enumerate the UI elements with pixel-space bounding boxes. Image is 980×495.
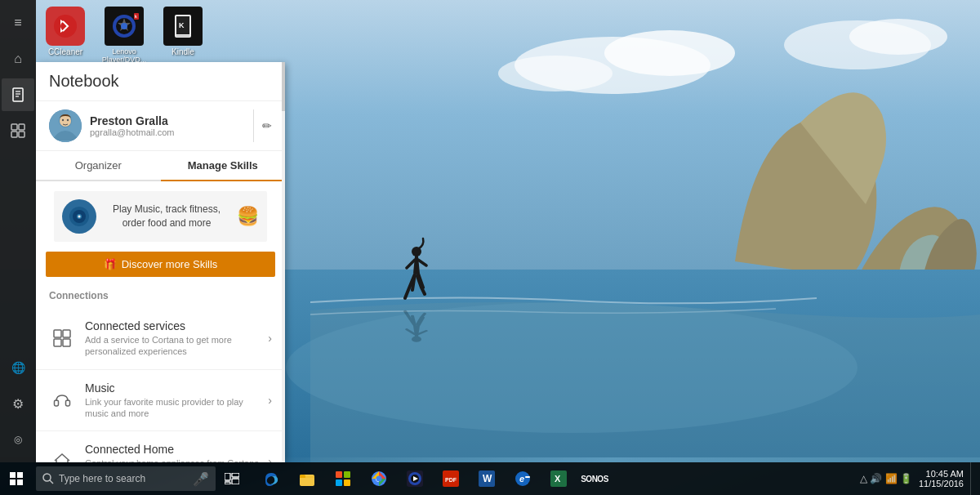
divider (253, 109, 254, 142)
svg-line-48 (50, 480, 53, 484)
edge-button[interactable] (255, 462, 287, 495)
connected-services-info: Connected services Add a service to Cort… (85, 319, 268, 358)
connection-item-home[interactable]: Connected Home Control your home applian… (36, 431, 285, 462)
svg-rect-52 (225, 482, 230, 484)
clock: 10:45 AM 11/15/2016 (919, 469, 964, 488)
cortana-sidebar: ≡ ⌂ 🌐 ⚙ ◎ (0, 0, 36, 462)
svg-point-47 (43, 474, 51, 481)
start-button[interactable] (0, 462, 33, 495)
windows-logo-icon (10, 472, 23, 485)
svg-text:PDF: PDF (445, 477, 457, 483)
svg-rect-58 (336, 479, 342, 486)
connected-services-desc: Add a service to Cortana to get more per… (85, 334, 268, 358)
sidebar-feedback-button[interactable]: ◎ (2, 423, 34, 456)
svg-point-3 (498, 56, 612, 91)
user-section: Preston Gralla pgralla@hotmail.com ✏ (36, 101, 285, 151)
word-button[interactable]: W (470, 462, 503, 495)
explorer-icon (299, 470, 315, 487)
tab-organizer[interactable]: Organizer (36, 151, 161, 181)
sidebar-notebook-button[interactable] (2, 78, 34, 111)
desktop-icon-kindle-label: Kindle (172, 47, 194, 56)
svg-text:X: X (555, 474, 561, 484)
sidebar-settings-button[interactable]: ⚙ (2, 387, 34, 420)
svg-rect-30 (19, 132, 24, 137)
sonos-button[interactable]: SONOS (578, 462, 611, 495)
skills-banner-text: Play Music, track fitness, order food an… (103, 203, 230, 230)
svg-point-2 (604, 30, 735, 76)
svg-point-34 (62, 119, 64, 121)
connected-home-title: Connected Home (85, 443, 268, 456)
music-title: Music (85, 381, 268, 395)
desktop-icon-lenovo-label: LenovoPlayer/DVD... (102, 47, 147, 64)
sidebar-home-button[interactable]: ⌂ (2, 42, 34, 75)
excel-icon: X (550, 470, 567, 487)
notebook-title: Notebook (36, 62, 285, 101)
svg-rect-44 (55, 400, 59, 406)
onedrive-button[interactable]: e (506, 462, 539, 495)
microphone-icon: 🎤 (193, 471, 209, 487)
connected-home-icon (49, 448, 75, 462)
discover-skills-label: Discover more Skills (122, 258, 218, 270)
connected-services-title: Connected services (85, 319, 268, 332)
svg-point-35 (67, 119, 69, 121)
task-view-icon (225, 473, 239, 484)
search-icon (42, 473, 54, 484)
svg-text:e: e (519, 474, 524, 484)
sidebar-hamburger-button[interactable]: ≡ (2, 7, 34, 39)
svg-point-7 (286, 302, 858, 433)
store-button[interactable] (327, 462, 359, 495)
sidebar-globe-button[interactable]: 🌐 (2, 351, 34, 384)
music-info: Music Link your favorite music provider … (85, 381, 268, 420)
svg-rect-45 (66, 400, 70, 406)
svg-rect-23 (13, 88, 23, 101)
svg-point-39 (78, 216, 81, 218)
word-icon: W (479, 470, 495, 487)
desktop-icon-ccleaner[interactable]: CCleaner (39, 7, 91, 64)
svg-point-15 (121, 23, 127, 29)
user-name: Preston Gralla (90, 114, 245, 127)
svg-text:K: K (179, 21, 185, 29)
svg-rect-59 (344, 479, 350, 486)
svg-rect-43 (63, 339, 70, 346)
svg-text:W: W (483, 473, 492, 484)
taskbar-search-box[interactable]: 🎤 (36, 466, 216, 491)
gift-icon: 🎁 (104, 258, 117, 270)
connection-item-connected-services[interactable]: Connected services Add a service to Cort… (36, 308, 285, 370)
explorer-button[interactable] (291, 462, 323, 495)
sidebar-connected-button[interactable] (2, 114, 34, 147)
task-view-button[interactable] (216, 462, 248, 495)
media-player-button[interactable] (399, 462, 431, 495)
panel-scroll-area[interactable]: Play Music, track fitness, order food an… (36, 181, 285, 462)
connected-services-icon (49, 325, 75, 351)
tray-icons: △ 🔊 📶 🔋 (860, 473, 912, 484)
excel-button[interactable]: X (542, 462, 575, 495)
desktop-icons-area: CCleaner k LenovoPlayer/DVD... K (39, 7, 209, 64)
svg-rect-50 (232, 473, 239, 477)
pdf-button[interactable]: PDF (434, 462, 467, 495)
user-email: pgralla@hotmail.com (90, 127, 245, 137)
svg-rect-55 (300, 476, 305, 478)
music-desc: Link your favorite music provider to pla… (85, 396, 268, 420)
svg-text:k: k (135, 14, 137, 19)
connections-label: Connections (36, 287, 285, 308)
desktop-icon-kindle[interactable]: K Kindle (157, 7, 209, 64)
svg-rect-29 (11, 132, 17, 137)
music-disc-icon (62, 199, 96, 234)
connection-item-music[interactable]: Music Link your favorite music provider … (36, 370, 285, 432)
show-desktop[interactable] (970, 462, 973, 495)
svg-point-5 (849, 19, 947, 55)
desktop-icon-lenovo[interactable]: k LenovoPlayer/DVD... (98, 7, 150, 64)
edit-profile-button[interactable]: ✏ (262, 119, 272, 132)
search-input[interactable] (59, 473, 193, 484)
discover-skills-button[interactable]: 🎁 Discover more Skills (46, 252, 275, 277)
svg-rect-42 (54, 339, 61, 346)
user-avatar (49, 109, 82, 142)
chrome-button[interactable] (363, 462, 395, 495)
skills-banner: Play Music, track fitness, order food an… (54, 191, 267, 242)
svg-rect-27 (11, 124, 17, 130)
svg-rect-40 (54, 330, 61, 337)
svg-rect-28 (19, 124, 24, 130)
music-chevron: › (268, 394, 272, 407)
notebook-tabs: Organizer Manage Skills (36, 151, 285, 181)
tab-manage-skills[interactable]: Manage Skills (161, 151, 286, 181)
